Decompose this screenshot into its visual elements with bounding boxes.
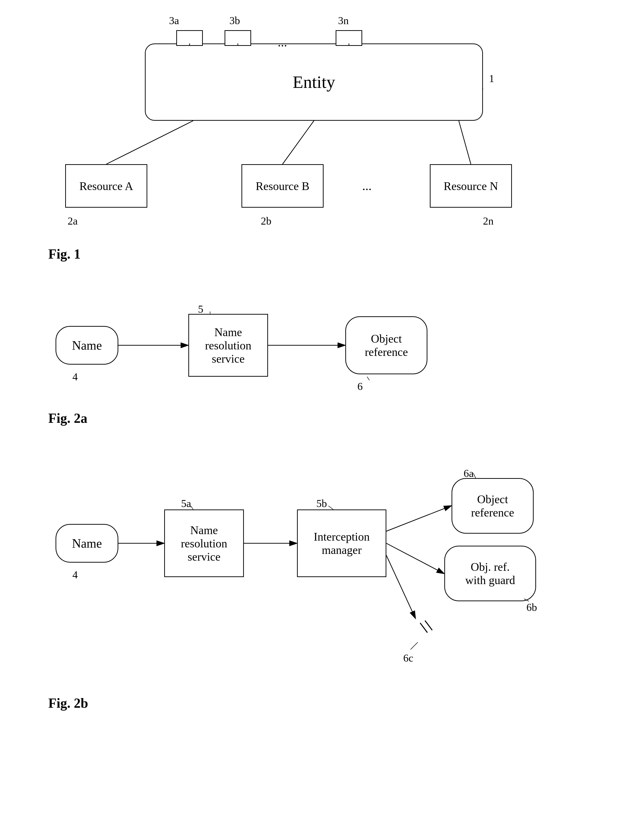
fig2b-im-ref: 5b bbox=[317, 498, 327, 510]
svg-line-18 bbox=[425, 621, 432, 630]
resource-b-label: Resource B bbox=[256, 179, 310, 193]
resource-b-ref: 2b bbox=[261, 215, 271, 227]
tabs-ellipsis: ... bbox=[278, 35, 287, 49]
fig2b-nrs-ref: 5a bbox=[181, 498, 191, 510]
resource-n-box: Resource N bbox=[430, 164, 512, 208]
tab-3n-label: 3n bbox=[338, 14, 349, 27]
fig2a-objref-box: Object reference bbox=[345, 316, 427, 374]
tab-3b bbox=[225, 30, 251, 46]
svg-line-4 bbox=[459, 121, 471, 164]
fig2b-name-label: Name bbox=[72, 536, 102, 551]
svg-line-14 bbox=[386, 506, 451, 531]
resource-b-box: Resource B bbox=[242, 164, 324, 208]
resource-a-box: Resource A bbox=[65, 164, 147, 208]
fig2a-objref-ref: 6 bbox=[357, 380, 363, 393]
svg-line-3 bbox=[282, 121, 314, 164]
fig2a-name-label: Name bbox=[72, 338, 102, 353]
fig2a-objref-label: Object reference bbox=[365, 332, 408, 359]
fig2b-label: Fig. 2b bbox=[48, 695, 88, 711]
svg-line-16 bbox=[386, 555, 415, 618]
tab-3n bbox=[336, 30, 362, 46]
resource-n-ref: 2n bbox=[483, 215, 494, 227]
svg-line-17 bbox=[420, 623, 427, 633]
entity-box: Entity bbox=[145, 44, 483, 121]
fig1-label: Fig. 1 bbox=[48, 246, 81, 262]
fig2b-objref2-ref: 6b bbox=[526, 601, 537, 613]
diagram-container: Entity 3a 3b 3n ... 1 Resource A 2a Reso… bbox=[0, 0, 644, 827]
entity-ref: 1 bbox=[489, 72, 494, 85]
fig2a-nrs-label: Name resolution service bbox=[205, 326, 251, 365]
fig2a-nrs-box: Name resolution service bbox=[188, 314, 268, 377]
resource-a-ref: 2a bbox=[68, 215, 78, 227]
resource-n-label: Resource N bbox=[444, 179, 498, 193]
fig2a-name-ref: 4 bbox=[72, 371, 78, 383]
fig2b-name-box: Name bbox=[56, 524, 119, 563]
tab-3a-label: 3a bbox=[169, 14, 179, 27]
fig2b-objref1-ref: 6a bbox=[464, 467, 474, 479]
svg-line-23 bbox=[410, 642, 418, 649]
fig2b-objref2-label: Obj. ref. with guard bbox=[465, 560, 515, 587]
tab-3b-label: 3b bbox=[229, 14, 240, 27]
fig2a-nrs-ref: 5 bbox=[198, 303, 203, 315]
svg-line-15 bbox=[386, 543, 444, 573]
diagram-lines bbox=[0, 0, 644, 827]
fig2b-objref1-label: Object reference bbox=[471, 493, 514, 519]
svg-line-20 bbox=[328, 506, 333, 509]
fig2b-im-box: Interception manager bbox=[297, 509, 386, 577]
fig2b-objref2-box: Obj. ref. with guard bbox=[444, 546, 536, 601]
svg-line-2 bbox=[106, 121, 193, 164]
tab-3a bbox=[176, 30, 203, 46]
fig2a-name-box: Name bbox=[56, 326, 119, 365]
svg-line-11 bbox=[367, 377, 370, 380]
fig2b-im-label: Interception manager bbox=[313, 530, 370, 557]
fig2b-name-ref: 4 bbox=[72, 569, 78, 581]
fig2b-nrs-box: Name resolution service bbox=[164, 509, 244, 577]
resources-ellipsis: ... bbox=[362, 179, 372, 193]
fig2b-objref1-box: Object reference bbox=[452, 478, 534, 534]
resource-a-label: Resource A bbox=[80, 179, 133, 193]
entity-label: Entity bbox=[293, 72, 335, 92]
fig2b-objref3-ref: 6c bbox=[403, 652, 413, 664]
fig2a-label: Fig. 2a bbox=[48, 410, 87, 426]
fig2b-nrs-label: Name resolution service bbox=[181, 523, 227, 563]
